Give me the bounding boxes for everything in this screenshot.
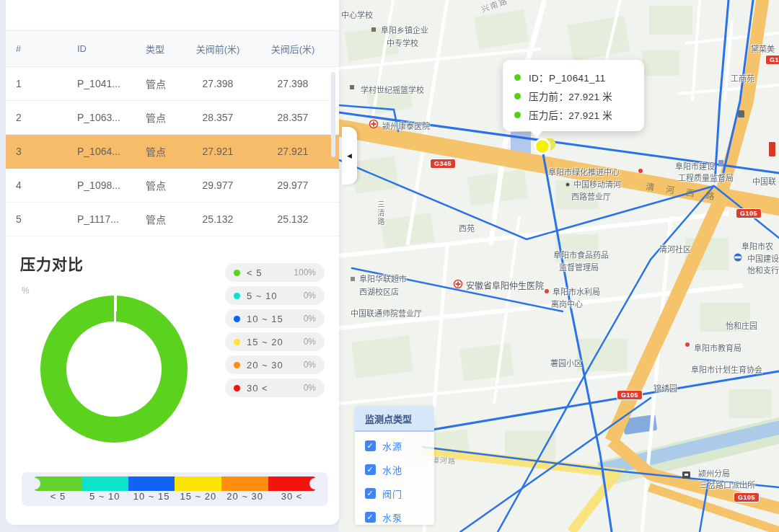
legend-dot-icon <box>234 362 240 368</box>
road-shield: G105 <box>765 55 779 65</box>
map-label: 中专学校 <box>387 37 418 48</box>
map-label: 阜阳华联超市 <box>359 272 407 284</box>
pressure-donut-chart <box>40 296 188 443</box>
scale-gradient <box>35 476 315 491</box>
pressure-unit-label: % <box>22 285 30 296</box>
map-label: 中国联 <box>752 175 776 187</box>
legend-pill[interactable]: 5 ~ 100% <box>225 286 325 305</box>
road-shield <box>768 141 776 157</box>
map-label: 西苑 <box>459 222 475 234</box>
gas-station-icon <box>738 110 744 118</box>
poi-dot <box>685 342 690 347</box>
scale-notch <box>29 478 40 489</box>
poi-dot <box>638 169 643 173</box>
legend-item-valve[interactable]: 阀门 <box>365 484 434 503</box>
map-label: 三岔路口派出所 <box>700 479 755 490</box>
poi-dot <box>566 183 570 187</box>
popup-row-pressure-after: 压力后：27.921 米 <box>514 105 644 124</box>
map-label: 中国联通师院营业厅 <box>351 307 422 319</box>
left-panel: # ID 类型 关阀前(米) 关阀后(米) 1P_1041...管点27.398… <box>6 0 339 525</box>
checkbox-checked-icon[interactable] <box>365 464 376 475</box>
legend-item-pump[interactable]: 水泵 <box>365 507 434 527</box>
legend-dot-icon <box>234 385 240 391</box>
map-label: 薯园小区 <box>550 357 582 368</box>
legend-item-water-tank[interactable]: 水池 <box>365 460 434 479</box>
panel-collapse-handle[interactable]: ◀ <box>342 127 357 185</box>
school-icon <box>371 27 376 32</box>
legend-item-water-source[interactable]: 水源 <box>365 436 434 456</box>
popup-row-pressure-before: 压力前：27.921 米 <box>514 87 644 105</box>
road-shield: G105 <box>736 208 762 218</box>
map-label: 怡和支行 <box>747 264 779 275</box>
node-info-popup: ID：P_10641_11 压力前：27.921 米 压力后：27.921 米 <box>503 60 644 131</box>
road-shield: G105 <box>617 390 643 400</box>
col-header-type: 类型 <box>146 42 189 56</box>
building-icon <box>718 160 723 167</box>
green-bullet-icon <box>514 74 521 81</box>
col-header-after: 关阀后(米) <box>247 42 339 56</box>
map-label: 颍州分局 <box>698 467 730 479</box>
map-label: 中国建设 <box>747 252 779 264</box>
map-label: 离岗中心 <box>551 298 583 309</box>
marker-icon[interactable] <box>535 139 550 154</box>
map-label: 阜阳市农 <box>741 240 773 252</box>
table-row-selected[interactable]: 3P_1064...管点27.92127.921 <box>6 135 339 169</box>
popup-row-id: ID：P_10641_11 <box>514 68 644 87</box>
chevron-left-icon: ◀ <box>347 152 352 159</box>
map-label: 学村世纪摇篮学校 <box>361 84 424 95</box>
col-header-index: # <box>16 43 77 54</box>
scale-labels: < 5 5 ~ 10 10 ~ 15 15 ~ 20 20 ~ 30 30 < <box>35 491 315 502</box>
table-row[interactable]: 4P_1098...管点29.97729.977 <box>6 169 339 203</box>
pressure-scale-bar: < 5 5 ~ 10 10 ~ 15 15 ~ 20 20 ~ 30 30 < <box>22 472 328 506</box>
store-icon <box>351 277 355 281</box>
legend-dot-icon <box>234 316 240 322</box>
map-label: 中心学校 <box>341 9 373 20</box>
map-label: 阜阳市教育局 <box>694 342 741 353</box>
map-label: 阜阳市计划生育协会 <box>691 363 762 375</box>
col-header-id: ID <box>77 43 146 54</box>
table-header-row: # ID 类型 关阀前(米) 关阀后(米) <box>6 31 339 67</box>
map-label: 锦绣园 <box>653 382 677 394</box>
map-canvas[interactable]: 中心学校 阜阳乡镇企业 中专学校 学村世纪摇篮学校 颍州康泰医院 阜阳市绿化推进… <box>339 0 779 532</box>
legend-dot-icon <box>234 293 240 299</box>
map-label: 黛菜美 <box>751 43 775 54</box>
map-label: 清河社区 <box>659 243 691 254</box>
checkbox-checked-icon[interactable] <box>365 440 376 451</box>
map-label: 工程质量监督局 <box>678 172 734 183</box>
legend-title: 监测点类型 <box>355 406 434 432</box>
map-label: 颍州康泰医院 <box>382 120 430 131</box>
legend-pill[interactable]: 10 ~ 150% <box>225 309 325 328</box>
table-scrollbar[interactable] <box>331 72 335 157</box>
checkbox-checked-icon[interactable] <box>365 512 376 523</box>
legend-dot-icon <box>234 339 240 345</box>
map-label: 西湖校区店 <box>359 285 399 297</box>
map-label: 安徽省阜阳仲生医院 <box>466 279 544 291</box>
map-label: 阜阳乡镇企业 <box>381 24 428 35</box>
map-label: 阜阳市绿化推进中心 <box>548 166 620 177</box>
legend-pill[interactable]: < 5100% <box>225 263 325 282</box>
road-shield: G345 <box>430 159 456 169</box>
donut-hole <box>66 322 162 417</box>
green-bullet-icon <box>514 93 521 99</box>
pressure-chart-title: 压力对比 <box>20 252 84 274</box>
poi-dot <box>545 289 549 293</box>
monitor-type-legend: 监测点类型 水源 水池 阀门 水泵 <box>355 406 434 525</box>
legend-pill[interactable]: 30 <0% <box>225 378 325 397</box>
legend-pill[interactable]: 20 ~ 300% <box>225 355 325 374</box>
table-row[interactable]: 2P_1063...管点28.35728.357 <box>6 101 339 135</box>
road-shield: G105 <box>734 492 760 502</box>
map-label: 西路营业厅 <box>571 190 611 202</box>
scale-notch <box>309 478 321 489</box>
selected-node-marker[interactable] <box>535 138 556 154</box>
checkbox-checked-icon[interactable] <box>365 488 376 499</box>
map-label: 阜阳市建设 <box>675 160 715 172</box>
table-row[interactable]: 5P_1117...管点25.13225.132 <box>6 203 339 236</box>
pressure-legend: < 5100% 5 ~ 100% 10 ~ 150% 15 ~ 200% 20 … <box>225 263 326 402</box>
table-row[interactable]: 1P_1041...管点27.39827.398 <box>6 67 339 101</box>
water-feature <box>511 132 531 154</box>
map-label: 阜阳市食品药品 <box>553 249 609 260</box>
road-label: 三清路 <box>375 200 386 226</box>
col-header-before: 关阀前(米) <box>189 42 247 56</box>
map-label: 工商苑 <box>731 72 754 84</box>
legend-pill[interactable]: 15 ~ 200% <box>225 332 325 351</box>
